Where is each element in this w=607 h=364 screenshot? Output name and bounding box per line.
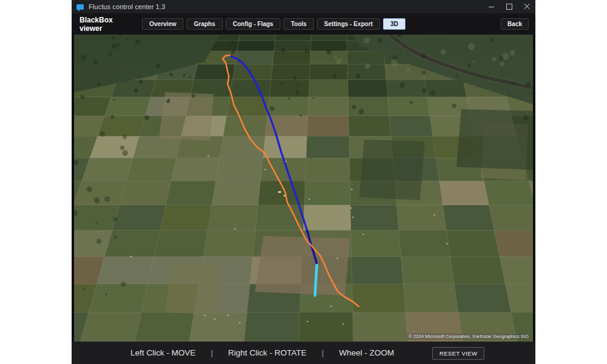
control-hints: Left Click - MOVE | Right Click - ROTATE… (131, 342, 394, 364)
map-view-3d[interactable]: © 2024 Microsoft Corporation, Earthstar … (74, 35, 533, 342)
minimize-button[interactable] (483, 0, 500, 13)
maximize-button[interactable] (500, 0, 518, 13)
footer-bar: Left Click - MOVE | Right Click - ROTATE… (72, 342, 535, 364)
titlebar: Fluctus control center 1.3 (72, 0, 535, 13)
toolbar: BlackBox viewer Overview Graphs Config -… (72, 13, 535, 35)
window-controls (483, 0, 535, 13)
flag-icon (76, 4, 84, 10)
app-label: BlackBox viewer (80, 16, 137, 33)
map-canvas[interactable] (74, 35, 533, 342)
hint-rotate: Right Click - ROTATE (228, 348, 307, 357)
hint-zoom: Wheel - ZOOM (339, 348, 395, 357)
track-cyan (315, 265, 317, 295)
maximize-icon (506, 4, 512, 10)
hint-separator: | (211, 348, 213, 357)
hint-move: Left Click - MOVE (131, 348, 195, 357)
close-button[interactable] (518, 0, 535, 13)
tab-3d[interactable]: 3D (383, 18, 405, 30)
close-icon (524, 4, 530, 10)
tab-bar: Overview Graphs Config - Flags Tools Set… (142, 18, 405, 30)
tab-settings-export[interactable]: Settings - Export (317, 18, 380, 30)
tab-tools[interactable]: Tools (283, 18, 314, 30)
minimize-icon (489, 7, 494, 7)
tab-config-flags[interactable]: Config - Flags (226, 18, 281, 30)
window-title: Fluctus control center 1.3 (89, 3, 165, 10)
map-attribution: © 2024 Microsoft Corporation, Earthstar … (406, 333, 531, 340)
reset-view-button[interactable]: RESET VIEW (432, 347, 484, 360)
app-window: Fluctus control center 1.3 BlackBox view… (72, 0, 535, 364)
tab-overview[interactable]: Overview (142, 18, 183, 30)
back-button[interactable]: Back (501, 18, 529, 30)
hint-separator: | (322, 348, 324, 357)
tab-graphs[interactable]: Graphs (186, 18, 222, 30)
